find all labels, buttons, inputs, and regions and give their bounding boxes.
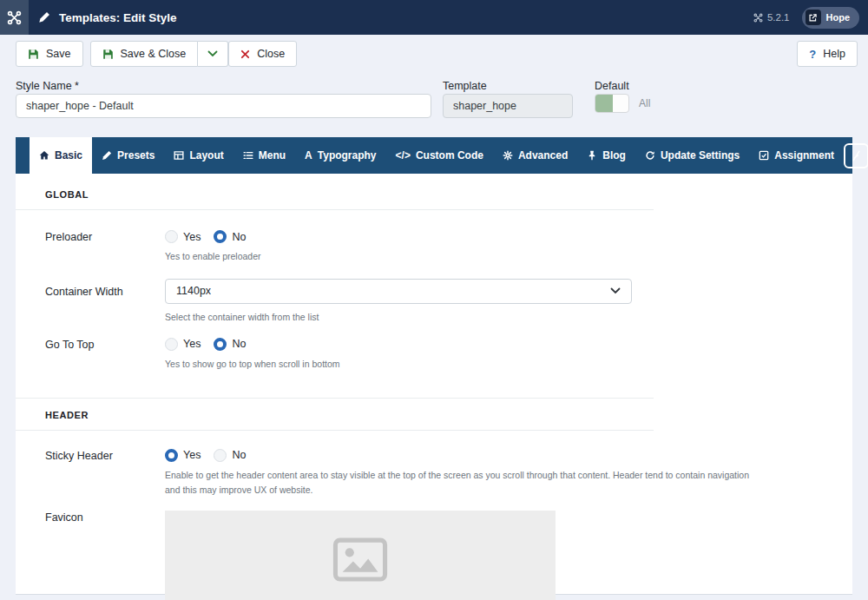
brush-icon	[102, 150, 112, 161]
gear-icon	[503, 150, 513, 161]
tab-presets[interactable]: Presets	[92, 137, 164, 174]
go-to-top-help-text: Yes to show go to top when scroll in bot…	[165, 357, 340, 373]
refresh-icon	[645, 150, 655, 161]
container-width-value: 1140px	[176, 285, 211, 297]
field-row-sticky-header: Sticky Header Yes No Enable to get the h…	[45, 449, 823, 499]
close-button[interactable]: Close	[228, 41, 297, 67]
save-and-close-button[interactable]: Save & Close	[90, 41, 199, 67]
save-options-dropdown-button[interactable]	[198, 41, 228, 67]
sticky-header-radio-no[interactable]: No	[214, 449, 246, 462]
tab-typography[interactable]: A Typography	[295, 137, 385, 174]
joomla-mini-icon	[753, 13, 763, 23]
help-button[interactable]: ? Help	[797, 41, 858, 67]
tab-assignment[interactable]: Assignment	[749, 137, 844, 174]
user-menu-button[interactable]: Hope	[802, 7, 860, 29]
template-label: Template	[443, 80, 487, 92]
radio-checked-icon	[165, 449, 178, 462]
radio-unchecked-icon	[165, 338, 178, 351]
style-meta-row: Style Name * shaper_hope - Default Templ…	[0, 73, 868, 137]
external-link-icon	[806, 10, 821, 25]
field-row-preloader: Preloader Yes No Yes to enable preloader	[45, 230, 823, 265]
tab-basic[interactable]: Basic	[30, 137, 92, 174]
close-icon	[240, 49, 250, 59]
container-width-help-text: Select the container width from the list	[165, 310, 632, 326]
sticky-header-help-text: Enable to get the header content area to…	[165, 468, 764, 499]
field-row-container-width: Container Width 1140px Select the contai…	[45, 279, 823, 326]
tab-bar: Basic Presets Layout Menu A Typography <…	[16, 137, 852, 174]
brush-icon	[38, 11, 50, 23]
tab-advanced[interactable]: Advanced	[493, 137, 577, 174]
user-menu-label: Hope	[826, 12, 851, 23]
letter-a-icon: A	[305, 149, 312, 162]
template-style-panel: Basic Presets Layout Menu A Typography <…	[16, 137, 852, 595]
radio-checked-icon	[214, 338, 227, 351]
preloader-radio-yes[interactable]: Yes	[165, 230, 201, 243]
pin-icon	[587, 150, 597, 161]
go-to-top-radio-yes[interactable]: Yes	[165, 338, 201, 351]
helix3-brand: HELIX3 FRAMEWORK	[844, 142, 868, 168]
sticky-header-label: Sticky Header	[45, 449, 165, 499]
sticky-header-radio-yes[interactable]: Yes	[165, 449, 201, 462]
style-name-input[interactable]: shaper_hope - Default	[16, 94, 431, 118]
preloader-help-text: Yes to enable preloader	[165, 249, 261, 265]
divider	[16, 209, 654, 210]
radio-unchecked-icon	[214, 449, 227, 462]
container-width-select[interactable]: 1140px	[165, 279, 632, 304]
field-row-favicon: Favicon Select Upload a 16px x 16px .png…	[45, 511, 823, 600]
image-placeholder-icon	[332, 537, 389, 583]
chevron-down-icon	[610, 287, 621, 294]
divider	[16, 398, 654, 399]
helix3-logo-icon	[844, 143, 868, 168]
tab-blog[interactable]: Blog	[577, 137, 635, 174]
field-row-go-to-top: Go To Top Yes No Yes to show go to top w…	[45, 338, 823, 373]
style-name-label: Style Name *	[16, 80, 79, 92]
layout-grid-icon	[174, 150, 184, 161]
tab-custom-code[interactable]: </> Custom Code	[386, 137, 493, 174]
template-input: shaper_hope	[443, 94, 573, 118]
chevron-down-icon	[207, 50, 218, 57]
home-icon	[39, 150, 49, 161]
basic-tab-content: GLOBAL Preloader Yes No Yes to enable pr…	[16, 189, 852, 600]
default-toggle[interactable]	[595, 94, 629, 113]
go-to-top-radio-group: Yes No	[165, 338, 340, 351]
top-navbar: Templates: Edit Style 5.2.1 Hope	[0, 0, 868, 35]
check-square-icon	[759, 150, 769, 161]
joomla-logo-icon	[7, 10, 22, 25]
tab-layout[interactable]: Layout	[164, 137, 233, 174]
default-toggle-state: All	[639, 97, 650, 109]
favicon-preview-area	[165, 511, 556, 600]
save-button[interactable]: Save	[16, 41, 83, 67]
save-icon	[28, 49, 39, 60]
toolbar: Save Save & Close Close ? Help	[0, 35, 868, 73]
go-to-top-label: Go To Top	[45, 338, 165, 373]
radio-unchecked-icon	[165, 230, 178, 243]
default-label: Default	[595, 80, 629, 92]
save-icon	[102, 49, 114, 60]
radio-checked-icon	[214, 230, 227, 243]
preloader-radio-no[interactable]: No	[214, 230, 246, 243]
sticky-header-radio-group: Yes No	[165, 449, 764, 462]
preloader-label: Preloader	[45, 230, 165, 265]
tab-update-settings[interactable]: Update Settings	[635, 137, 749, 174]
go-to-top-radio-no[interactable]: No	[214, 338, 246, 351]
container-width-label: Container Width	[45, 279, 165, 326]
divider	[16, 430, 654, 431]
tab-menu[interactable]: Menu	[233, 137, 295, 174]
preloader-radio-group: Yes No	[165, 230, 261, 243]
page-title: Templates: Edit Style	[59, 11, 177, 24]
list-icon	[243, 150, 253, 161]
section-heading-global: GLOBAL	[45, 189, 823, 200]
section-heading-header: HEADER	[45, 410, 823, 420]
joomla-logo[interactable]	[0, 0, 29, 35]
question-mark-icon: ?	[809, 48, 816, 61]
favicon-label: Favicon	[45, 511, 165, 600]
save-close-group: Save & Close	[90, 41, 229, 67]
code-icon: </>	[396, 149, 411, 162]
joomla-version: 5.2.1	[753, 12, 790, 23]
